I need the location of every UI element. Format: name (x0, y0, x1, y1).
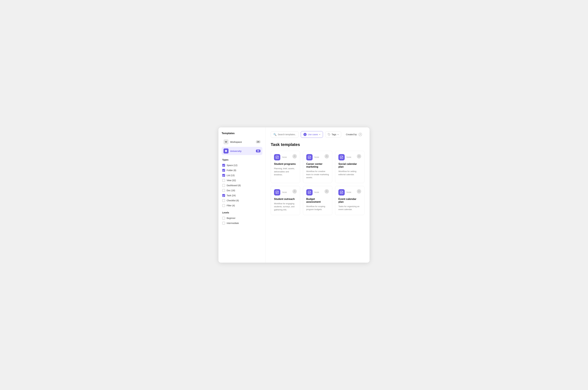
user-icon (358, 133, 362, 136)
types-filter-item[interactable]: Checklist (6) (222, 198, 262, 203)
card-title: Social calendar plan (338, 163, 361, 168)
avatar (325, 154, 329, 158)
avatar (293, 154, 297, 158)
checkbox-icon (222, 174, 225, 177)
filter-label: Doc (16) (227, 189, 235, 192)
filter-label: View (32) (227, 179, 236, 182)
template-card[interactable]: TASK Student outreach Workflow for engag… (271, 186, 300, 215)
workspace-icon: W (224, 139, 229, 144)
sidebar-item-university[interactable]: University 96 (222, 147, 262, 155)
card-type-label: TASK (282, 191, 287, 193)
checkbox-icon (222, 194, 225, 197)
template-card[interactable]: TASK Event calendar plan Tasks for organ… (335, 186, 364, 215)
card-description: Workflow for scoping program budgets. (306, 205, 329, 211)
task-icon (275, 191, 279, 194)
card-description: Tasks for organizing an event calendar. (338, 205, 361, 211)
card-description: Workflow for creative team to create mar… (306, 170, 329, 179)
card-title: Student programs (274, 163, 297, 165)
types-filter-item[interactable]: Doc (16) (222, 188, 262, 193)
template-card[interactable]: TASK Social calendar plan Workflow for s… (335, 151, 364, 183)
task-icon (275, 155, 279, 159)
use-cases-filter[interactable]: 1 Use cases ▾ (301, 131, 323, 138)
created-by-label: Created by: (346, 133, 357, 136)
filter-label: Task (24) (227, 194, 236, 197)
levels-section-title: Levels (222, 211, 262, 214)
types-filter-item[interactable]: Task (24) (222, 193, 262, 198)
avatar (357, 154, 361, 158)
template-card[interactable]: TASK Career center marketing Workflow fo… (303, 151, 332, 183)
workspace-badge: 24 (256, 141, 260, 143)
types-filter-item[interactable]: View (32) (222, 178, 262, 183)
task-icon-box (338, 154, 345, 160)
task-icon-box (338, 189, 345, 195)
checkbox-icon (222, 164, 225, 167)
filter-label: Checklist (6) (227, 199, 239, 202)
template-card[interactable]: TASK Budget assessment Workflow for scop… (303, 186, 332, 215)
checkbox-icon (222, 184, 225, 187)
svg-point-3 (294, 155, 295, 156)
created-by-filter[interactable]: Created by: (344, 131, 364, 138)
card-description: Workflow for engaging students, surveys,… (274, 202, 297, 211)
template-card[interactable]: TASK Student programs Planning, brief, a… (271, 151, 300, 183)
tags-filter[interactable]: Tags ▾ (325, 132, 341, 138)
main-content: 🔍 1 Use cases ▾ Tags ▾ Created by: (266, 127, 369, 263)
sidebar-item-workspace[interactable]: W Workspace 24 (222, 138, 262, 146)
tags-chevron-icon: ▾ (338, 134, 339, 136)
university-badge: 96 (256, 149, 260, 152)
use-cases-badge: 1 (303, 133, 307, 136)
svg-point-11 (326, 191, 327, 191)
types-filter-item[interactable]: Dashboard (8) (222, 183, 262, 188)
types-filter-item[interactable]: Filter (4) (222, 203, 262, 208)
filter-label: Beginner (227, 217, 235, 219)
university-label: University (230, 150, 241, 152)
sidebar: Templates W Workspace 24 University 96 T… (219, 127, 266, 263)
card-description: Planning, brief, assets, deliverables an… (274, 167, 297, 176)
card-title: Event calendar plan (338, 198, 361, 203)
card-type-label: TASK (346, 191, 352, 193)
sidebar-title: Templates (222, 132, 262, 135)
search-box: 🔍 (271, 131, 298, 138)
task-icon-box (306, 154, 313, 160)
types-filter-item[interactable]: Space (12) (222, 163, 262, 168)
filter-label: List (13) (227, 174, 235, 177)
task-icon-box (274, 189, 280, 195)
checkbox-icon (222, 217, 225, 220)
card-title: Budget assessment (306, 198, 329, 203)
checkbox-icon (222, 169, 225, 172)
card-title: Student outreach (274, 198, 297, 200)
levels-filter-item[interactable]: Beginner (222, 216, 262, 220)
task-icon (340, 155, 343, 159)
card-type-label: TASK (346, 156, 352, 158)
page-title: Task templates (271, 142, 364, 147)
types-list: Space (12) Folder (8) List (13) View (32… (222, 163, 262, 208)
checkbox-icon (222, 179, 225, 182)
levels-filter-item[interactable]: Intermediate (222, 221, 262, 226)
card-description: Workflow for setting editorial calendar. (338, 170, 361, 176)
filter-label: Folder (8) (227, 169, 236, 172)
task-icon (308, 155, 311, 159)
search-input[interactable] (278, 133, 296, 136)
avatar (357, 189, 361, 194)
svg-point-1 (360, 134, 361, 135)
workspace-label: Workspace (230, 141, 242, 143)
types-filter-item[interactable]: Folder (8) (222, 168, 262, 173)
svg-point-5 (326, 155, 327, 156)
card-type-label: TASK (314, 156, 319, 158)
levels-list: Beginner Intermediate (222, 216, 262, 226)
tags-label: Tags (332, 133, 336, 136)
checkbox-icon (222, 204, 225, 207)
use-cases-label: Use cases (308, 133, 318, 136)
svg-point-9 (294, 191, 295, 191)
filter-label: Intermediate (227, 222, 239, 224)
checkbox-icon (222, 189, 225, 192)
university-icon (224, 148, 229, 153)
types-filter-item[interactable]: List (13) (222, 173, 262, 178)
avatar (293, 189, 297, 194)
task-icon (308, 191, 311, 194)
checkbox-icon (222, 199, 225, 202)
filter-label: Dashboard (8) (227, 184, 241, 187)
filter-label: Filter (4) (227, 204, 235, 207)
svg-point-13 (358, 191, 359, 191)
template-grid: TASK Student programs Planning, brief, a… (271, 151, 364, 215)
card-title: Career center marketing (306, 163, 329, 168)
